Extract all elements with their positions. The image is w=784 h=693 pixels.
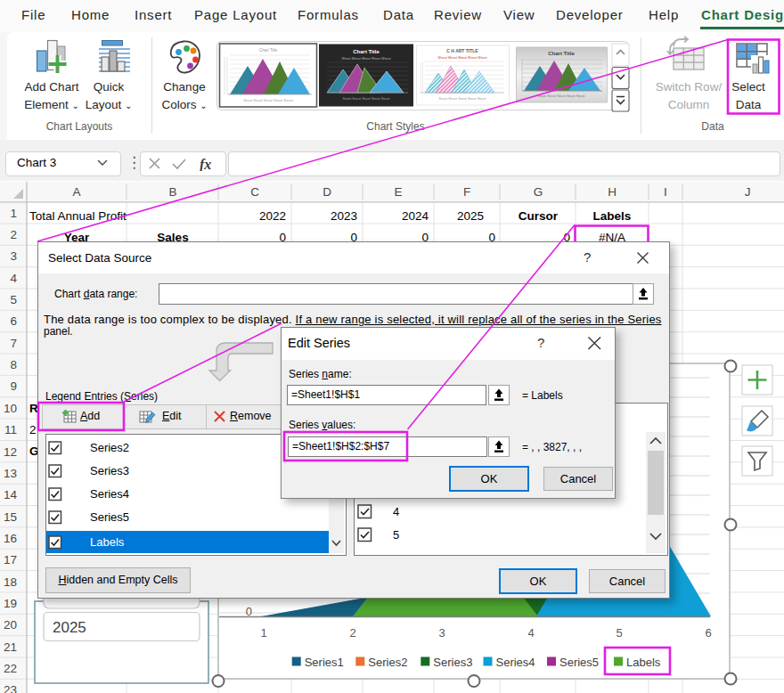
svg-text:7: 7: [10, 337, 17, 350]
svg-text:9: 9: [10, 379, 17, 393]
svg-text:17: 17: [4, 553, 17, 567]
svg-text:1: 1: [10, 207, 17, 220]
svg-text:3: 3: [438, 626, 445, 640]
svg-text:G: G: [534, 185, 543, 199]
svg-text:Seust Seust Seust Seust Se: Seust Seust Seust Seust Seust: [538, 94, 586, 98]
svg-text:2: 2: [10, 228, 17, 241]
svg-text:10: 10: [4, 402, 17, 415]
svg-text:H: H: [608, 185, 617, 199]
svg-text:4: 4: [10, 272, 17, 285]
svg-text:22: 22: [4, 662, 17, 675]
svg-text:2023: 2023: [331, 209, 357, 223]
svg-text:5: 5: [616, 626, 622, 640]
svg-text:B: B: [168, 185, 176, 199]
svg-text:Series5: Series5: [559, 656, 599, 669]
svg-text:Labels: Labels: [626, 656, 661, 669]
svg-text:Seust Seust Seust Seust Se: Seust Seust Seust Seust Seust: [243, 98, 293, 102]
svg-text:2025: 2025: [457, 209, 484, 223]
svg-text:1: 1: [260, 626, 266, 640]
svg-text:I: I: [664, 185, 667, 199]
svg-text:Series2: Series2: [368, 656, 407, 669]
svg-text:3: 3: [10, 249, 17, 263]
svg-text:6: 6: [10, 314, 17, 328]
svg-text:6: 6: [705, 626, 711, 640]
svg-text:C H ART TITLE: C H ART TITLE: [446, 48, 478, 53]
svg-text:Seust Seust Seust Seust Se: Seust Seust Seust Seust Seust: [439, 97, 487, 101]
svg-text:Total Annual Profit: Total Annual Profit: [29, 209, 127, 223]
svg-text:Series3: Series3: [433, 656, 472, 669]
svg-text:fx: fx: [200, 157, 211, 171]
svg-text:2025: 2025: [53, 619, 86, 636]
svg-text:13: 13: [4, 467, 17, 480]
svg-text:C: C: [250, 185, 259, 199]
svg-text:20: 20: [4, 618, 17, 632]
svg-text:F: F: [463, 185, 470, 199]
svg-text:Chart Title: Chart Title: [548, 51, 575, 56]
svg-text:8: 8: [10, 358, 17, 371]
svg-text:5: 5: [10, 293, 17, 306]
svg-text:0: 0: [246, 605, 252, 618]
svg-text:Series4: Series4: [496, 656, 535, 669]
svg-text:Wseut Wseut Wseut Wseut Ws: Wseut Wseut Wseut Wseut Wseut: [438, 56, 487, 60]
svg-text:18: 18: [4, 575, 17, 589]
svg-text:Seust Seust Seust Seust Se: Seust Seust Seust Seust Seust: [343, 97, 391, 101]
svg-text:12: 12: [4, 445, 17, 459]
svg-text:15: 15: [4, 510, 17, 524]
svg-text:Series1: Series1: [305, 656, 344, 669]
svg-text:19: 19: [4, 597, 17, 610]
svg-text:Cursor: Cursor: [519, 209, 559, 223]
svg-text:16: 16: [4, 532, 17, 545]
svg-text:4: 4: [527, 626, 534, 640]
svg-text:21: 21: [4, 640, 17, 654]
svg-text:14: 14: [4, 488, 18, 501]
svg-text:A: A: [72, 185, 80, 199]
svg-text:Labels: Labels: [593, 209, 632, 223]
svg-text:23: 23: [4, 683, 17, 693]
svg-text:Wseut Wseut Wseut Wseut Ws: Wseut Wseut Wseut Wseut Wseut: [342, 57, 391, 61]
svg-text:2: 2: [349, 626, 355, 640]
svg-text:Chart Title: Chart Title: [353, 49, 380, 54]
svg-text:2: 2: [29, 423, 37, 436]
svg-text:2022: 2022: [259, 209, 286, 223]
svg-text:D: D: [323, 185, 331, 199]
svg-text:2024: 2024: [402, 209, 429, 223]
svg-text:Chart Title: Chart Title: [259, 48, 278, 53]
svg-text:E: E: [394, 185, 402, 199]
svg-text:J: J: [745, 185, 751, 199]
svg-text:11: 11: [4, 423, 17, 436]
